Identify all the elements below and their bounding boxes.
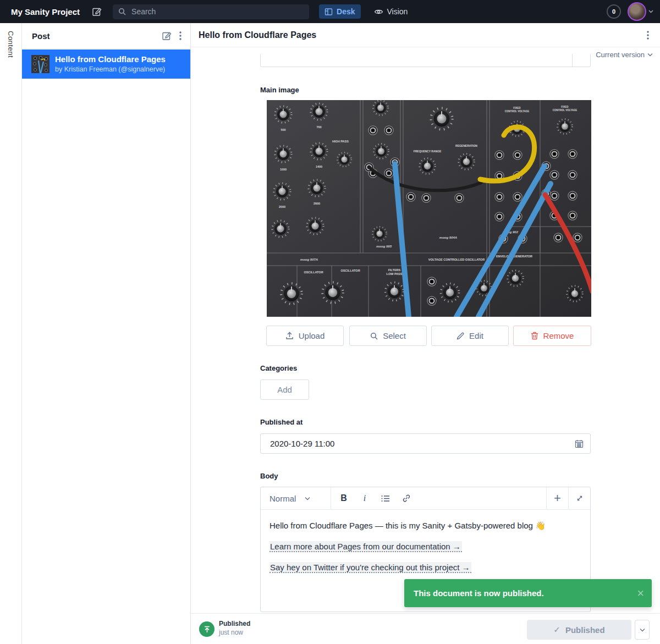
body-link-twitter[interactable]: Say hey on Twitter if you're checking ou…: [270, 562, 471, 573]
content-strip-label: Content: [7, 31, 15, 58]
slug-field-partial[interactable]: [260, 54, 591, 67]
edit-button[interactable]: Edit: [431, 326, 509, 346]
document-title: Hello from Cloudflare Pages: [199, 30, 316, 40]
italic-icon: i: [364, 493, 366, 503]
avatar[interactable]: [628, 2, 646, 21]
plus-icon: +: [554, 491, 561, 505]
publish-button-label: Published: [565, 625, 605, 635]
trash-icon: [531, 332, 538, 340]
add-category-button[interactable]: Add: [260, 379, 309, 400]
version-label: Current version: [596, 51, 645, 59]
check-icon: ✓: [553, 625, 560, 635]
tab-desk[interactable]: Desk: [319, 4, 360, 19]
version-selector[interactable]: Current version: [596, 51, 653, 59]
publish-button[interactable]: ✓ Published: [527, 620, 631, 640]
expand-icon: [576, 494, 584, 502]
search-icon: [118, 8, 126, 15]
publish-menu-button[interactable]: [635, 620, 650, 640]
sanity-studio: My Sanity Project: [0, 0, 660, 644]
bullet-list-button[interactable]: [375, 487, 396, 509]
editor-toolbar: Normal B i: [261, 487, 590, 510]
bold-button[interactable]: B: [333, 487, 354, 509]
tab-desk-label: Desk: [337, 7, 355, 16]
insert-block-button[interactable]: +: [546, 487, 568, 509]
published-at-label: Published at: [260, 418, 302, 426]
body-link-documentation[interactable]: Learn more about Pages from our document…: [270, 541, 462, 552]
pencil-icon: [457, 332, 464, 340]
list-item-title: Hello from Cloudflare Pages: [55, 54, 166, 64]
chevron-down-icon: [305, 497, 323, 500]
list-pane-header: Post: [22, 23, 190, 49]
main-image-preview[interactable]: 500700 10001400 20002600 HIGH PASS FREQU…: [267, 100, 591, 317]
bold-icon: B: [340, 493, 347, 503]
project-title: My Sanity Project: [11, 7, 80, 16]
document-list-pane: Post: [22, 23, 191, 644]
notification-badge[interactable]: 0: [607, 4, 621, 19]
chevron-down-icon[interactable]: [648, 10, 653, 13]
tab-vision[interactable]: Vision: [369, 4, 414, 19]
style-selector[interactable]: Normal: [261, 487, 331, 509]
list-pane-title: Post: [32, 31, 50, 41]
tab-vision-label: Vision: [387, 7, 408, 16]
body-paragraph: Say hey on Twitter if you're checking ou…: [270, 563, 581, 573]
post-thumbnail: [31, 55, 50, 73]
chevron-down-icon: [647, 53, 653, 57]
navbar-right: 0: [607, 2, 660, 21]
toast-message: This document is now published.: [414, 588, 544, 598]
link-icon: [402, 494, 411, 503]
link-button[interactable]: [396, 487, 417, 509]
body-paragraph: Learn more about Pages from our document…: [270, 542, 581, 552]
close-icon[interactable]: ×: [637, 587, 644, 599]
kebab-icon[interactable]: [647, 31, 649, 40]
published-at-input[interactable]: [269, 438, 575, 449]
body-paragraph: Hello from Cloudflare Pages — this is my…: [270, 521, 581, 531]
search-input[interactable]: [130, 7, 304, 16]
publish-status-text: Published: [219, 620, 250, 628]
eye-icon: [374, 8, 383, 16]
kebab-icon[interactable]: [179, 31, 182, 40]
document-footer: Published just now ✓ Published: [191, 613, 660, 644]
italic-button[interactable]: i: [354, 487, 375, 509]
list-item-subtitle: by Kristian Freeman (@signalnerve): [55, 65, 165, 73]
content-strip: Content: [0, 23, 22, 644]
compose-icon: [92, 7, 102, 16]
style-selector-value: Normal: [270, 494, 296, 503]
select-label: Select: [383, 331, 406, 340]
publish-status-icon: [199, 621, 215, 637]
remove-label: Remove: [543, 331, 574, 340]
fullscreen-button[interactable]: [568, 487, 590, 509]
main-image-label: Main image: [260, 86, 299, 94]
chevron-down-icon: [640, 628, 645, 632]
calendar-icon[interactable]: [575, 439, 584, 448]
upload-label: Upload: [299, 331, 325, 340]
search-icon: [370, 332, 378, 340]
field-divider: [572, 54, 573, 67]
document-header: Hello from Cloudflare Pages: [191, 23, 660, 47]
select-button[interactable]: Select: [349, 326, 427, 346]
body-label: Body: [260, 472, 278, 480]
bullet-list-icon: [381, 495, 390, 502]
desk-icon: [324, 8, 333, 16]
edit-label: Edit: [469, 331, 483, 340]
list-item-post[interactable]: Hello from Cloudflare Pages by Kristian …: [22, 49, 190, 79]
synthesizer-photo: 500700 10001400 20002600 HIGH PASS FREQU…: [267, 100, 591, 317]
published-at-field: [260, 433, 591, 454]
add-label: Add: [277, 385, 292, 394]
categories-label: Categories: [260, 364, 297, 372]
upload-button[interactable]: Upload: [266, 326, 344, 346]
publish-time-text: just now: [219, 629, 243, 636]
publish-toast: This document is now published. ×: [404, 579, 652, 607]
search-bar[interactable]: [113, 4, 309, 19]
remove-button[interactable]: Remove: [513, 326, 591, 346]
new-document-button[interactable]: [92, 7, 102, 16]
top-navbar: My Sanity Project: [0, 0, 660, 23]
compose-icon[interactable]: [162, 31, 172, 41]
upload-icon: [285, 332, 294, 340]
